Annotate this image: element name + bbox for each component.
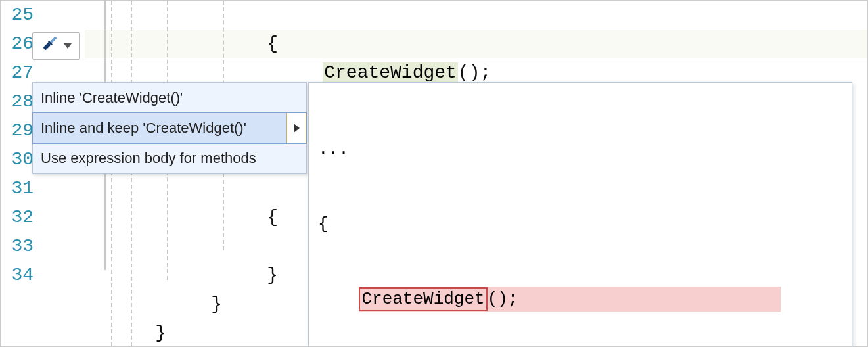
refactor-preview-flyout: ... { CreateWidget(); throw new NotImple… — [308, 82, 852, 347]
line-number: 25 — [1, 1, 34, 30]
menu-item-label: Inline 'CreateWidget()' — [41, 89, 183, 106]
svg-rect-0 — [50, 36, 57, 43]
line-number: 29 — [1, 116, 34, 145]
line-number: 33 — [1, 232, 34, 261]
menu-item-expression-body[interactable]: Use expression body for methods — [33, 143, 306, 174]
submenu-arrow[interactable] — [286, 113, 306, 143]
code-text: (); — [488, 289, 518, 309]
quick-actions-button[interactable] — [32, 32, 80, 60]
preview-diff: ... { CreateWidget(); throw new NotImple… — [309, 83, 852, 347]
quick-actions-menu: Inline 'CreateWidget()' Inline and keep … — [32, 82, 307, 174]
preview-line: { — [318, 212, 842, 237]
line-number: 32 — [1, 203, 34, 232]
code-text: (); — [458, 62, 491, 83]
menu-item-inline[interactable]: Inline 'CreateWidget()' — [33, 83, 306, 113]
line-number: 26 — [1, 30, 34, 58]
preview-line: ... — [318, 137, 842, 162]
chevron-down-icon — [64, 43, 72, 49]
screwdriver-icon — [40, 34, 60, 58]
line-number: 30 — [1, 145, 34, 174]
deleted-token: CreateWidget — [361, 289, 484, 309]
menu-item-label: Inline and keep 'CreateWidget()' — [41, 120, 246, 136]
method-call: CreateWidget — [323, 62, 458, 83]
code-line[interactable]: CreateWidget(); — [39, 30, 867, 58]
menu-item-inline-and-keep[interactable]: Inline and keep 'CreateWidget()' — [32, 112, 307, 144]
indent — [318, 289, 359, 309]
line-number: 34 — [1, 261, 34, 290]
chevron-right-icon — [294, 124, 300, 133]
menu-item-label: Use expression body for methods — [41, 150, 256, 166]
line-number: 31 — [1, 174, 34, 203]
line-number: 28 — [1, 87, 34, 116]
line-number: 27 — [1, 58, 34, 87]
preview-line-deleted: CreateWidget(); — [318, 287, 842, 312]
code-line[interactable]: { — [39, 1, 867, 30]
brace-close: } — [155, 323, 166, 343]
